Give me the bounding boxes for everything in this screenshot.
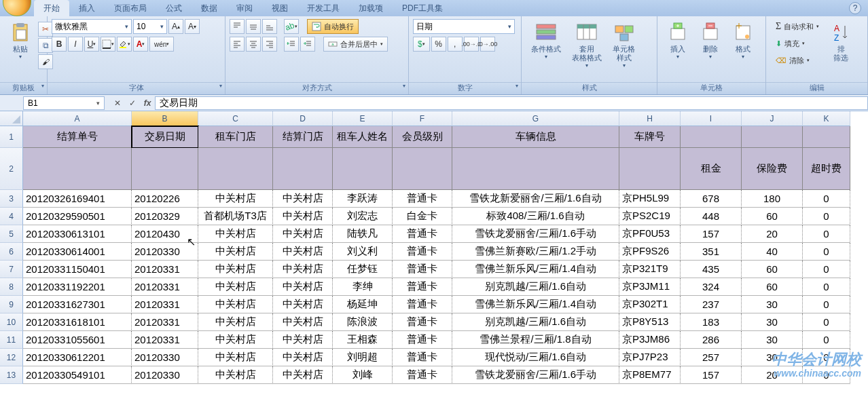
increase-indent-button[interactable]	[300, 37, 315, 52]
cell[interactable]: 20120330549101	[23, 366, 132, 384]
cell[interactable]: 237	[681, 296, 742, 313]
font-size-combo[interactable]: 10▾	[133, 19, 167, 34]
col-header[interactable]: D	[273, 111, 333, 126]
cell[interactable]: 0	[803, 278, 850, 296]
cell[interactable]: 435	[681, 261, 742, 278]
cell[interactable]	[198, 148, 273, 190]
cell[interactable]: 租车人姓名	[333, 126, 393, 148]
cell[interactable]	[681, 126, 742, 148]
col-header[interactable]: A	[23, 111, 132, 126]
worksheet-grid[interactable]: ABCDEFGHIJK 1结算单号交易日期租车门店结算门店租车人姓名会员级别车辆…	[0, 111, 868, 384]
cell[interactable]	[132, 148, 198, 190]
cell[interactable]: 20120330614001	[23, 243, 132, 261]
cell[interactable]: 20120330612201	[23, 349, 132, 366]
row-header[interactable]: 5	[0, 225, 23, 243]
cell[interactable]: 20120331055601	[23, 331, 132, 349]
cell[interactable]: 20120330	[132, 243, 198, 261]
cell[interactable]: 王相森	[333, 331, 393, 349]
cell[interactable]: 0	[803, 225, 850, 243]
cell[interactable]: 普通卡	[393, 331, 452, 349]
cell[interactable]: 20120330	[132, 366, 198, 384]
cell[interactable]: 超时费	[803, 148, 850, 190]
cell[interactable]: 别克凯越/三厢/1.6自动	[452, 313, 619, 331]
cell[interactable]: 陆轶凡	[333, 225, 393, 243]
increase-font-button[interactable]: A▴	[168, 19, 183, 34]
cell[interactable]: 雪佛兰新乐风/三厢/1.4自动	[452, 296, 619, 313]
cell[interactable]: 刘明超	[333, 349, 393, 366]
row-header[interactable]: 2	[0, 148, 23, 190]
cell[interactable]: 30	[742, 313, 803, 331]
cell[interactable]: 中关村店	[198, 349, 273, 366]
merge-center-button[interactable]: a合并后居中▾	[323, 37, 388, 52]
cell[interactable]: 中关村店	[273, 190, 333, 208]
cell[interactable]: 0	[803, 349, 850, 366]
cell[interactable]: 324	[681, 278, 742, 296]
cell[interactable]: 雪佛兰新乐风/三厢/1.4自动	[452, 261, 619, 278]
cell[interactable]: 普通卡	[393, 349, 452, 366]
cell[interactable]: 180	[742, 190, 803, 208]
col-header[interactable]: E	[333, 111, 393, 126]
cell[interactable]: 雪佛兰景程/三厢/1.8自动	[452, 331, 619, 349]
cell[interactable]: 雪佛兰新赛欧/三厢/1.2手动	[452, 243, 619, 261]
increase-decimal-button[interactable]: .00→.0	[464, 37, 479, 52]
cell[interactable]: 183	[681, 313, 742, 331]
cell[interactable]: 雪铁龙爱丽舍/三厢/1.6手动	[452, 366, 619, 384]
cell[interactable]: 0	[803, 243, 850, 261]
cell[interactable]: 京PF0U53	[619, 225, 681, 243]
cell[interactable]: 30	[742, 296, 803, 313]
align-bottom-button[interactable]	[262, 19, 277, 34]
help-icon[interactable]: ?	[849, 2, 861, 14]
cell[interactable]: 车牌号	[619, 126, 681, 148]
col-header[interactable]: H	[619, 111, 681, 126]
cell[interactable]: 20120331627301	[23, 296, 132, 313]
cell[interactable]: 30	[742, 349, 803, 366]
cell[interactable]	[393, 148, 452, 190]
cell[interactable]: 20120226	[132, 190, 198, 208]
fill-color-button[interactable]: ▾	[117, 37, 132, 52]
cell[interactable]: 286	[681, 331, 742, 349]
cell[interactable]: 中关村店	[273, 278, 333, 296]
phonetic-button[interactable]: wén▾	[149, 37, 174, 52]
cancel-formula-icon[interactable]: ✕	[110, 96, 125, 110]
cell[interactable]: 会员级别	[393, 126, 452, 148]
col-header[interactable]: B	[132, 111, 198, 126]
delete-cells-button[interactable]: 删除▾	[694, 19, 727, 62]
percent-button[interactable]: %	[431, 37, 446, 52]
wrap-text-button[interactable]: 自动换行	[307, 19, 359, 34]
cell[interactable]: 中关村店	[198, 225, 273, 243]
ribbon-tab-3[interactable]: 公式	[156, 0, 192, 17]
cell[interactable]: 20120430	[132, 225, 198, 243]
name-box[interactable]: B1▾	[23, 96, 105, 110]
cell[interactable]: 351	[681, 243, 742, 261]
cell[interactable]: 租金	[681, 148, 742, 190]
cell[interactable]: 任梦钰	[333, 261, 393, 278]
cell[interactable]: 陈浪波	[333, 313, 393, 331]
cell[interactable]: 中关村店	[198, 366, 273, 384]
font-name-combo[interactable]: 微软雅黑▾	[52, 19, 132, 34]
fx-icon[interactable]: fx	[140, 96, 155, 110]
cell[interactable]: 20	[742, 366, 803, 384]
cell[interactable]: 李绅	[333, 278, 393, 296]
cell[interactable]: 车辆信息	[452, 126, 619, 148]
cell[interactable]: 60	[742, 208, 803, 225]
cell[interactable]: 0	[803, 190, 850, 208]
enter-formula-icon[interactable]: ✓	[125, 96, 140, 110]
col-header[interactable]: G	[452, 111, 619, 126]
cell[interactable]: 租车门店	[198, 126, 273, 148]
cell[interactable]: 标致408/三厢/1.6自动	[452, 208, 619, 225]
cell[interactable]: 普通卡	[393, 313, 452, 331]
cell[interactable]: 20	[742, 225, 803, 243]
cell[interactable]: 中关村店	[198, 331, 273, 349]
paste-button[interactable]: 粘贴 ▾	[4, 19, 37, 62]
cell[interactable]: 京PS2C19	[619, 208, 681, 225]
autosum-button[interactable]: Σ自动求和▾	[772, 19, 823, 34]
select-all-corner[interactable]	[0, 111, 23, 126]
cell[interactable]: 中关村店	[273, 313, 333, 331]
sort-filter-button[interactable]: AZ排 筛选	[825, 19, 857, 65]
cell[interactable]: 20120331	[132, 261, 198, 278]
orientation-button[interactable]: ab▾	[284, 19, 299, 34]
font-color-button[interactable]: A▾	[133, 37, 148, 52]
align-top-button[interactable]	[230, 19, 245, 34]
cell[interactable]: 京P3JM11	[619, 278, 681, 296]
cell[interactable]: 448	[681, 208, 742, 225]
